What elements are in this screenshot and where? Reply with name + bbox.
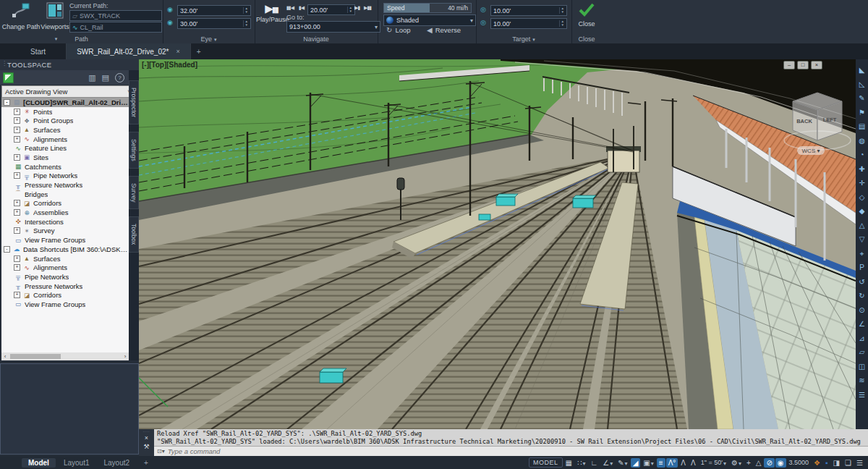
tab-settings[interactable]: Settings [129, 132, 139, 169]
tree-drawing-node[interactable]: - ▤ [CLOUD]SWR_Rail_Alt-02_Drive_02 [1, 98, 129, 107]
command-close-icon[interactable]: × [145, 434, 148, 441]
speed-slider[interactable]: Speed 40 mi/h [383, 3, 472, 13]
annotation-monitor-icon[interactable]: △ [754, 458, 764, 468]
step-prev-button[interactable]: ▮▮◀ [286, 5, 294, 11]
tree-corridors[interactable]: + ◪ Corridors [1, 199, 129, 208]
tree-ds-corridors[interactable]: + ◪ Corridors [1, 290, 129, 300]
graphics-performance-icon[interactable]: ◉ [775, 458, 786, 468]
item-view-icon[interactable]: ▥ [88, 73, 95, 83]
tab-start[interactable]: Start [10, 43, 67, 59]
angle-tool-icon[interactable]: ∠ [859, 317, 865, 331]
tab-survey[interactable]: Survey [129, 176, 139, 209]
section-box-icon[interactable]: ◫ [859, 360, 865, 374]
tree-expander[interactable]: + [14, 227, 20, 234]
tree-view-frame-groups[interactable]: ▭ View Frame Groups [1, 235, 129, 245]
tab-close-icon[interactable]: × [176, 48, 179, 55]
tree-expander[interactable]: + [14, 264, 20, 271]
triangle-angle-icon[interactable]: ⊿ [859, 331, 864, 346]
undo-arc-icon[interactable]: ↺ [859, 275, 864, 290]
viewcube-face-back[interactable]: BACK [796, 118, 812, 124]
globe-icon[interactable]: ◍ [859, 134, 865, 148]
level-tool-icon[interactable]: △ [859, 219, 865, 233]
tab-model[interactable]: Model [22, 458, 56, 468]
target-height-spinner[interactable] [559, 7, 564, 14]
tab-current-drawing[interactable]: SWR_Rail_Alt-02_Drive_02* × [67, 43, 191, 59]
customization-icon[interactable]: ☰ [854, 458, 865, 468]
solid-diamond-icon[interactable]: ◆ [859, 204, 865, 219]
tree-sites[interactable]: + ▣ Sites [1, 153, 129, 162]
tree-horizontal-scrollbar[interactable]: ‹ › [1, 352, 129, 360]
invert-tool-icon[interactable]: ▽ [859, 232, 865, 247]
tree-feature-lines[interactable]: ∿ Feature Lines [1, 143, 129, 153]
tab-toolbox[interactable]: Toolbox [129, 216, 139, 252]
viewport-controls[interactable]: [-][Top][Shaded] [142, 61, 197, 69]
pencil-icon[interactable]: ✎ [859, 91, 864, 106]
redo-arc-icon[interactable]: ↻ [859, 289, 864, 303]
tree-data-shortcuts[interactable]: - ☁ Data Shortcuts [BIM 360:\ADSK Infras… [1, 245, 129, 254]
command-options-icon[interactable]: ⊡▾ [157, 448, 165, 455]
annotation-people-icon[interactable]: Λ [689, 458, 698, 468]
panorama-icon[interactable]: ▤ [102, 73, 109, 83]
grid-icon[interactable]: ▦ [563, 458, 574, 468]
squiggle-icon[interactable]: ≋ [859, 373, 864, 388]
model-space-button[interactable]: MODEL [529, 457, 563, 468]
command-history[interactable]: Reload Xref "SWR_Rail_Alt-02_YARD_SYS": … [154, 429, 868, 447]
tree-ds-view-frame-groups[interactable]: ▭ View Frame Groups [1, 300, 129, 309]
slope-tool-icon[interactable]: ◺ [859, 77, 865, 92]
command-input-placeholder[interactable]: Type a command [168, 447, 221, 455]
step-forward-button[interactable]: ▶▮ [354, 5, 359, 11]
tree-survey[interactable]: + ✶ Survey [1, 227, 129, 236]
minimize-button[interactable]: – [783, 61, 795, 69]
panel-target-label[interactable]: Target [476, 35, 571, 43]
alignment-path-field[interactable]: ∿ CL_Rail [69, 22, 162, 33]
tree-ds-pipe-networks[interactable]: ╦ Pipe Networks [1, 272, 129, 282]
tab-layout1[interactable]: Layout1 [57, 458, 96, 468]
tree-expander[interactable]: + [14, 255, 20, 262]
annotation-autoscale-icon[interactable]: Λ [678, 458, 688, 468]
plus-tool-icon[interactable]: ✚ [859, 162, 864, 177]
color-palette-icon[interactable]: ❖ [812, 458, 822, 468]
tree-expander[interactable]: - [4, 99, 10, 106]
tab-prospector[interactable]: Prospector [129, 80, 139, 124]
workspace-gear-icon[interactable]: ⚙ [729, 458, 744, 468]
tree-expander[interactable]: + [14, 209, 20, 216]
palette-grip[interactable]: ⋮ [1, 60, 8, 67]
eye-offset-spinner[interactable] [243, 20, 248, 27]
scrollbar-thumb[interactable] [10, 354, 61, 359]
help-icon[interactable]: ? [115, 73, 124, 83]
tree-alignments[interactable]: + ∿ Alignments [1, 135, 129, 144]
parcel-tool-icon[interactable]: P [859, 261, 864, 275]
tree-expander[interactable]: + [14, 172, 20, 179]
snap-mode-icon[interactable]: ∷ [575, 458, 587, 468]
tree-pressure-networks[interactable]: ╥ Pressure Networks [1, 180, 129, 190]
scroll-left-arrow[interactable]: ‹ [1, 353, 9, 360]
flag-icon[interactable]: ⚑ [859, 106, 865, 120]
goto-station-combo[interactable]: 913+00.00 [286, 21, 380, 33]
triangle-tool-icon[interactable]: ◣ [859, 63, 865, 77]
model-viewport[interactable]: [-][Top][Shaded] – □ × [139, 59, 856, 429]
tree-assemblies[interactable]: + ⊕ Assemblies [1, 208, 129, 217]
loop-toggle[interactable]: ↻ Loop [386, 26, 411, 34]
tree-bridges[interactable]: ⌒ Bridges [1, 190, 129, 199]
cross-tool-icon[interactable]: ✛ [859, 176, 864, 190]
parallelogram-icon[interactable]: ▱ [859, 345, 865, 360]
block-icon[interactable]: ▪ [823, 458, 830, 468]
ortho-icon[interactable]: ∟ [588, 458, 600, 468]
units-icon[interactable]: ⊘ [764, 458, 774, 468]
tab-layout2[interactable]: Layout2 [97, 458, 136, 468]
step-increment-field[interactable]: 20.00' [307, 4, 355, 15]
close-window-button[interactable]: × [811, 61, 822, 69]
tree-expander[interactable]: + [14, 200, 20, 206]
scroll-right-arrow[interactable]: › [122, 353, 129, 360]
tree-intersections[interactable]: ✜ Intersections [1, 217, 129, 227]
annotation-visibility-icon[interactable]: Λ° [666, 458, 678, 468]
target-tool-icon[interactable]: ⌖ [860, 247, 864, 261]
annotation-scale[interactable]: 1" = 50' [699, 458, 728, 468]
object-snap-icon[interactable]: ▣ [641, 458, 655, 468]
reverse-toggle[interactable]: ◀ Reverse [427, 26, 461, 34]
tree-pipe-networks[interactable]: + ╦ Pipe Networks [1, 172, 129, 181]
step-increment-spinner[interactable] [347, 7, 352, 13]
eye-height-field[interactable]: 32.00' [177, 5, 251, 16]
tree-expander[interactable]: + [14, 127, 20, 133]
customize-wrench-icon[interactable]: ⚒ [143, 443, 149, 450]
